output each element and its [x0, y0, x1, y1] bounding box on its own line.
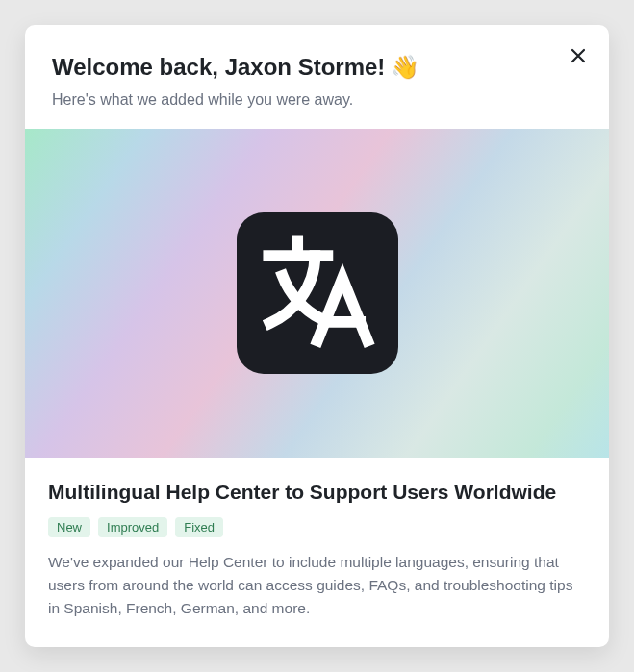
translate-icon	[255, 231, 380, 356]
badge-improved: Improved	[98, 517, 167, 537]
badge-new: New	[48, 517, 90, 537]
close-button[interactable]	[565, 42, 592, 69]
feature-content: Multilingual Help Center to Support User…	[25, 458, 609, 643]
modal-header: Welcome back, Jaxon Storme! 👋 Here's wha…	[25, 25, 609, 129]
wave-emoji: 👋	[391, 56, 419, 79]
badge-fixed: Fixed	[175, 517, 223, 537]
welcome-subtitle: Here's what we added while you were away…	[52, 89, 582, 111]
badge-row: New Improved Fixed	[48, 517, 586, 537]
welcome-title: Welcome back, Jaxon Storme!	[52, 52, 385, 82]
hero-icon-box	[237, 212, 398, 374]
welcome-modal: Welcome back, Jaxon Storme! 👋 Here's wha…	[25, 25, 609, 647]
title-row: Welcome back, Jaxon Storme! 👋	[52, 52, 582, 82]
hero-image	[25, 129, 609, 458]
close-icon	[571, 48, 586, 63]
feature-title: Multilingual Help Center to Support User…	[48, 479, 586, 506]
feature-description: We've expanded our Help Center to includ…	[48, 551, 586, 620]
